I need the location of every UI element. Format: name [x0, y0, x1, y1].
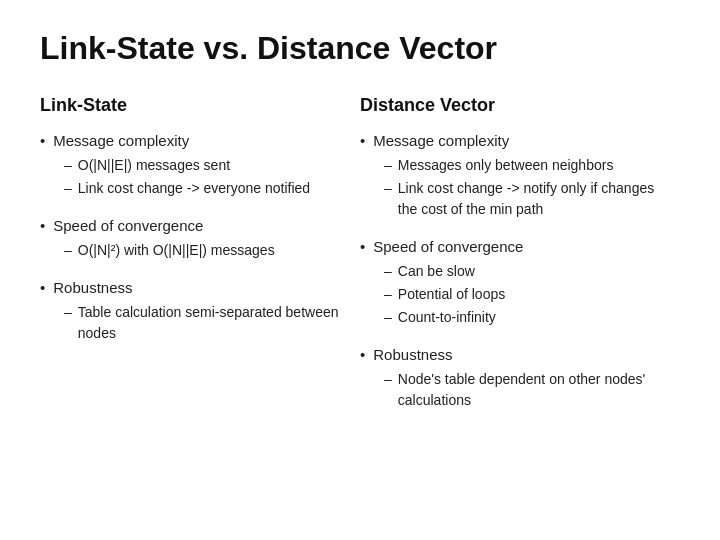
- sub-dash: –: [64, 240, 72, 261]
- bullet-dot: •: [360, 344, 365, 365]
- bullet-link-state-0: •Message complexity: [40, 130, 340, 151]
- sub-dash: –: [384, 369, 392, 390]
- sub-dash: –: [384, 155, 392, 176]
- sub-bullet-distance-vector-0-0: –Messages only between neighbors: [384, 155, 660, 176]
- page: Link-State vs. Distance Vector Link-Stat…: [0, 0, 720, 540]
- sub-dash: –: [384, 307, 392, 328]
- column-distance-vector: Distance Vector•Message complexity–Messa…: [360, 95, 680, 427]
- bullet-dot: •: [360, 130, 365, 151]
- bullet-dot: •: [40, 215, 45, 236]
- bullet-label: Robustness: [373, 344, 452, 365]
- sub-list-distance-vector-1: –Can be slow–Potential of loops–Count-to…: [384, 261, 660, 328]
- sub-dash: –: [64, 155, 72, 176]
- column-link-state: Link-State•Message complexity–O(|N||E|) …: [40, 95, 360, 427]
- sub-label: Link cost change -> notify only if chang…: [398, 178, 660, 220]
- sub-bullet-link-state-1-0: –O(|N|²) with O(|N||E|) messages: [64, 240, 340, 261]
- sub-list-distance-vector-0: –Messages only between neighbors–Link co…: [384, 155, 660, 220]
- sub-bullet-link-state-0-1: –Link cost change -> everyone notified: [64, 178, 340, 199]
- sub-bullet-distance-vector-1-2: –Count-to-infinity: [384, 307, 660, 328]
- bullet-dot: •: [360, 236, 365, 257]
- section-distance-vector-1: •Speed of convergence–Can be slow–Potent…: [360, 236, 660, 328]
- sub-label: Potential of loops: [398, 284, 505, 305]
- sub-bullet-distance-vector-0-1: –Link cost change -> notify only if chan…: [384, 178, 660, 220]
- section-link-state-0: •Message complexity–O(|N||E|) messages s…: [40, 130, 340, 199]
- sub-dash: –: [64, 302, 72, 323]
- bullet-label: Message complexity: [373, 130, 509, 151]
- sub-label: Can be slow: [398, 261, 475, 282]
- bullet-dot: •: [40, 277, 45, 298]
- section-distance-vector-2: •Robustness–Node's table dependent on ot…: [360, 344, 660, 411]
- col-heading-distance-vector: Distance Vector: [360, 95, 660, 116]
- sub-label: Table calculation semi-separated between…: [78, 302, 340, 344]
- sub-bullet-distance-vector-1-1: –Potential of loops: [384, 284, 660, 305]
- sub-dash: –: [384, 284, 392, 305]
- sub-label: Messages only between neighbors: [398, 155, 614, 176]
- sub-label: O(|N|²) with O(|N||E|) messages: [78, 240, 275, 261]
- bullet-link-state-2: •Robustness: [40, 277, 340, 298]
- section-distance-vector-0: •Message complexity–Messages only betwee…: [360, 130, 660, 220]
- bullet-label: Robustness: [53, 277, 132, 298]
- sub-list-distance-vector-2: –Node's table dependent on other nodes' …: [384, 369, 660, 411]
- sub-list-link-state-2: –Table calculation semi-separated betwee…: [64, 302, 340, 344]
- sub-dash: –: [64, 178, 72, 199]
- sub-label: Link cost change -> everyone notified: [78, 178, 310, 199]
- bullet-label: Message complexity: [53, 130, 189, 151]
- bullet-label: Speed of convergence: [53, 215, 203, 236]
- sub-dash: –: [384, 178, 392, 199]
- bullet-distance-vector-0: •Message complexity: [360, 130, 660, 151]
- sub-label: Count-to-infinity: [398, 307, 496, 328]
- sub-label: Node's table dependent on other nodes' c…: [398, 369, 660, 411]
- section-link-state-2: •Robustness–Table calculation semi-separ…: [40, 277, 340, 344]
- sub-label: O(|N||E|) messages sent: [78, 155, 230, 176]
- sub-dash: –: [384, 261, 392, 282]
- sub-bullet-link-state-0-0: –O(|N||E|) messages sent: [64, 155, 340, 176]
- page-title: Link-State vs. Distance Vector: [40, 30, 680, 67]
- section-link-state-1: •Speed of convergence–O(|N|²) with O(|N|…: [40, 215, 340, 261]
- sub-list-link-state-0: –O(|N||E|) messages sent–Link cost chang…: [64, 155, 340, 199]
- sub-bullet-distance-vector-1-0: –Can be slow: [384, 261, 660, 282]
- sub-list-link-state-1: –O(|N|²) with O(|N||E|) messages: [64, 240, 340, 261]
- col-heading-link-state: Link-State: [40, 95, 340, 116]
- bullet-dot: •: [40, 130, 45, 151]
- bullet-distance-vector-1: •Speed of convergence: [360, 236, 660, 257]
- sub-bullet-distance-vector-2-0: –Node's table dependent on other nodes' …: [384, 369, 660, 411]
- bullet-label: Speed of convergence: [373, 236, 523, 257]
- bullet-distance-vector-2: •Robustness: [360, 344, 660, 365]
- sub-bullet-link-state-2-0: –Table calculation semi-separated betwee…: [64, 302, 340, 344]
- bullet-link-state-1: •Speed of convergence: [40, 215, 340, 236]
- columns-container: Link-State•Message complexity–O(|N||E|) …: [40, 95, 680, 427]
